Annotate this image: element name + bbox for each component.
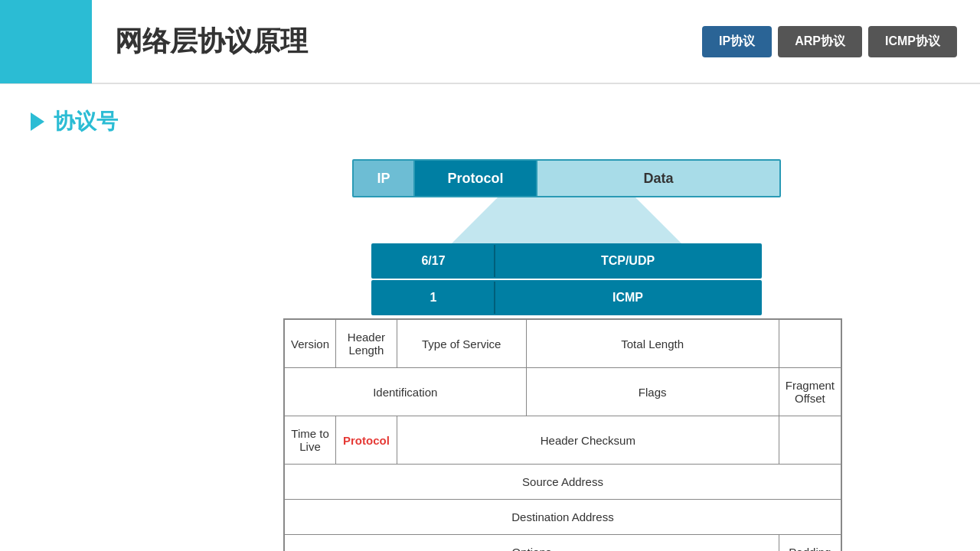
table-cell: Type of Service — [397, 319, 526, 368]
table-cell: Options — [284, 535, 779, 552]
ip-header-table: VersionHeaderLengthType of ServiceTotal … — [283, 318, 842, 551]
ip-segment-ip: IP — [354, 161, 415, 196]
table-cell: Destination Address — [284, 500, 841, 535]
main-content: 协议号 IPProtocolData 6/17TCP/UDP1ICMP Vers… — [0, 84, 980, 551]
diagram: IPProtocolData 6/17TCP/UDP1ICMP VersionH… — [184, 159, 949, 551]
protocol-row: 6/17TCP/UDP — [371, 243, 762, 279]
section-title: 协议号 — [31, 107, 949, 136]
table-cell: Header Checksum — [397, 416, 779, 465]
table-cell: Time to Live — [284, 416, 336, 465]
table-cell: Flags — [526, 368, 779, 416]
protocol-number: 6/17 — [373, 245, 495, 277]
ip-header-bar: IPProtocolData — [352, 159, 781, 197]
table-cell: Total Length — [526, 319, 779, 368]
section-arrow-icon — [31, 112, 44, 131]
table-cell: Padding — [779, 535, 841, 552]
ip-segment-data: Data — [537, 161, 779, 196]
page-title: 网络层协议原理 — [115, 23, 702, 60]
ip-segment-protocol: Protocol — [415, 161, 537, 196]
protocol-name: TCP/UDP — [495, 245, 760, 277]
section-label: 协议号 — [54, 107, 118, 136]
table-cell: HeaderLength — [336, 319, 397, 368]
table-cell: Version — [284, 319, 336, 368]
header-tabs: IP协议ARP协议ICMP协议 — [702, 26, 957, 57]
table-cell: Source Address — [284, 465, 841, 500]
header: 网络层协议原理 IP协议ARP协议ICMP协议 — [0, 0, 980, 84]
header-accent — [0, 0, 92, 83]
header-tab-ARP协议[interactable]: ARP协议 — [778, 26, 862, 57]
protocol-name: ICMP — [495, 282, 760, 314]
funnel-area — [352, 197, 781, 243]
header-tab-ICMP协议[interactable]: ICMP协议 — [868, 26, 957, 57]
table-cell: Fragment Offset — [779, 368, 841, 416]
table-cell: Identification — [284, 368, 526, 416]
protocol-number: 1 — [373, 282, 495, 314]
header-tab-IP协议[interactable]: IP协议 — [702, 26, 772, 57]
svg-marker-0 — [452, 197, 681, 243]
protocol-row: 1ICMP — [371, 280, 762, 315]
protocol-rows: 6/17TCP/UDP1ICMP — [371, 243, 762, 315]
table-cell: Protocol — [336, 416, 397, 465]
